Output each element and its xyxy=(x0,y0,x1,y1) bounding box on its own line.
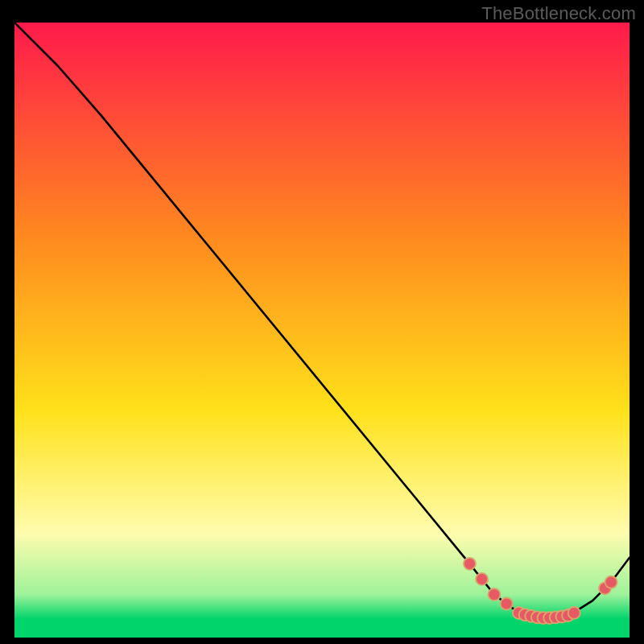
chart-frame: TheBottleneck.com xyxy=(0,0,644,644)
plot-area xyxy=(14,23,630,638)
data-point-marker xyxy=(476,573,488,585)
data-point-marker xyxy=(605,576,617,588)
data-point-marker xyxy=(501,598,513,610)
data-point-marker xyxy=(568,607,580,619)
data-point-marker xyxy=(488,588,500,601)
watermark-text: TheBottleneck.com xyxy=(481,3,636,24)
gradient-background xyxy=(14,23,630,638)
data-point-marker xyxy=(464,558,476,570)
chart-svg xyxy=(14,23,630,638)
